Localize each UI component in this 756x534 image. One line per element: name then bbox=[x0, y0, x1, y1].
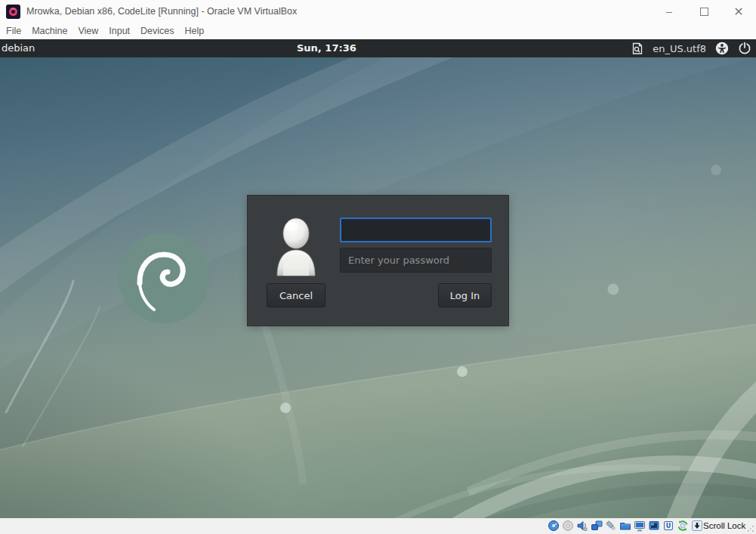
minimize-icon[interactable]: – bbox=[652, 0, 687, 23]
menu-input[interactable]: Input bbox=[103, 26, 135, 36]
virtualbox-window: Mrowka, Debian x86, CodeLite [Running] -… bbox=[0, 0, 756, 534]
virtualbox-swirl-icon bbox=[9, 8, 17, 16]
menu-devices[interactable]: Devices bbox=[135, 26, 179, 36]
virtualbox-logo bbox=[6, 5, 20, 19]
panel-indicators: en_US.utf8 bbox=[631, 39, 751, 57]
features-chip-icon[interactable]: U bbox=[662, 520, 674, 532]
vm-screen: debian Sun, 17:36 en_US.utf8 bbox=[0, 39, 756, 518]
menu-machine[interactable]: Machine bbox=[26, 26, 73, 36]
shared-folders-icon[interactable] bbox=[619, 520, 631, 532]
login-button[interactable]: Log In bbox=[438, 283, 492, 307]
menu-help[interactable]: Help bbox=[180, 26, 210, 36]
titlebar: Mrowka, Debian x86, CodeLite [Running] -… bbox=[0, 0, 756, 23]
audio-icon[interactable] bbox=[576, 520, 588, 532]
menubar: File Machine View Input Devices Help bbox=[0, 23, 756, 39]
scroll-lock-label: Scroll Lock bbox=[703, 521, 745, 530]
optical-disk-icon[interactable] bbox=[562, 520, 574, 532]
debian-swirl-logo bbox=[119, 233, 209, 323]
login-dialog: Cancel Log In bbox=[247, 195, 509, 326]
statusbar-icons: U bbox=[548, 520, 703, 532]
window-title: Mrowka, Debian x86, CodeLite [Running] -… bbox=[26, 6, 297, 17]
keyboard-layout-icon[interactable] bbox=[631, 39, 643, 57]
power-icon[interactable] bbox=[738, 39, 751, 57]
close-icon[interactable]: ✕ bbox=[721, 0, 756, 23]
vm-top-panel: debian Sun, 17:36 en_US.utf8 bbox=[0, 39, 756, 57]
panel-clock: Sun, 17:36 bbox=[297, 42, 356, 54]
resize-grip[interactable] bbox=[746, 524, 754, 532]
user-avatar-icon bbox=[273, 215, 319, 277]
menu-file[interactable]: File bbox=[6, 26, 26, 36]
display-icon[interactable] bbox=[634, 520, 646, 532]
menu-view[interactable]: View bbox=[73, 26, 103, 36]
password-input[interactable] bbox=[340, 248, 492, 273]
keyboard-capture-icon[interactable] bbox=[691, 520, 703, 532]
hostname-label: debian bbox=[2, 42, 35, 54]
statusbar: U Scroll Lock bbox=[0, 518, 756, 534]
maximize-icon[interactable] bbox=[687, 0, 721, 23]
username-input[interactable] bbox=[340, 218, 492, 242]
window-controls: – ✕ bbox=[652, 0, 756, 23]
accessibility-icon[interactable] bbox=[715, 39, 729, 57]
recording-icon[interactable] bbox=[648, 520, 660, 532]
locale-indicator[interactable]: en_US.utf8 bbox=[653, 43, 706, 54]
svg-text:U: U bbox=[666, 523, 671, 529]
network-icon[interactable] bbox=[591, 520, 603, 532]
cancel-button[interactable]: Cancel bbox=[267, 283, 326, 307]
usb-icon[interactable] bbox=[605, 520, 617, 532]
mouse-integration-icon[interactable] bbox=[677, 520, 689, 532]
hard-disk-icon[interactable] bbox=[548, 520, 560, 532]
